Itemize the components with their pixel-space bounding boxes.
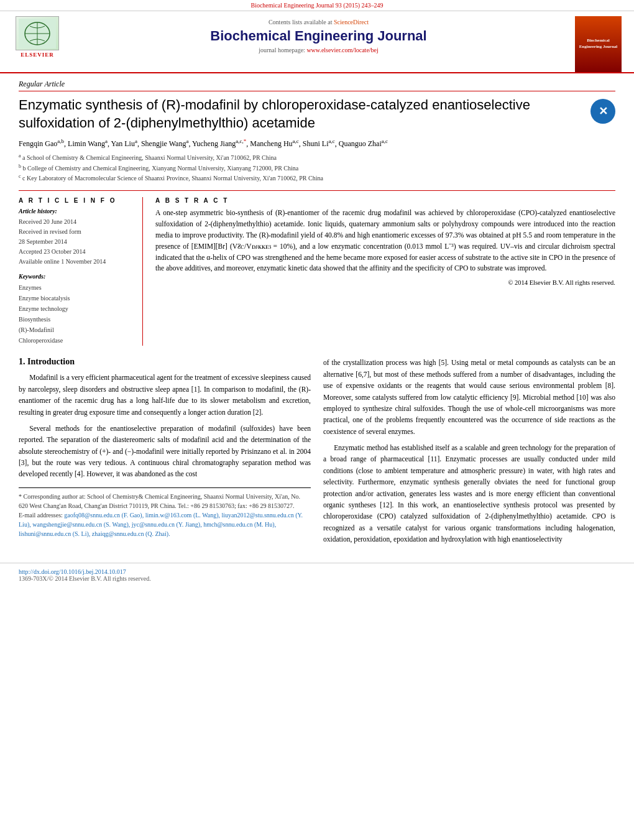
footer-issn: 1369-703X/© 2014 Elsevier B.V. All right… [19,575,615,582]
abstract-text: A one-step asymmetric bio-synthesis of (… [155,208,615,288]
main-right-column: of the crystallization process was high … [323,357,615,550]
copyright: © 2014 Elsevier B.V. All rights reserved… [155,278,615,288]
elsevier-logo-image [16,16,59,50]
authors-line: Fengqin Gaoa,b, Limin Wanga, Yan Liua, S… [19,137,615,150]
elsevier-wordmark: ELSEVIER [21,52,54,58]
elsevier-logo: ELSEVIER [12,16,62,62]
journal-thumbnail: Biochemical Engineering Journal [575,16,622,72]
top-doi-banner: Biochemical Engineering Journal 93 (2015… [0,0,634,11]
keyword-6: Chloroperoxidase [19,335,134,346]
accepted-date: Accepted 23 October 2014 [19,247,134,257]
section1-number: 1. Introduction [19,357,75,366]
abstract-content: A one-step asymmetric bio-synthesis of (… [155,209,615,272]
keywords-label: Keywords: [19,273,134,280]
keyword-4: Biosynthesis [19,314,134,325]
article-history-label: Article history: [19,208,134,215]
affiliations: a a School of Chemistry & Chemical Engin… [19,152,615,183]
footnote-section: * Corresponding author at: School of Che… [19,487,311,538]
intro-para1: Modafinil is a very efficient pharmaceut… [19,372,311,418]
article-info-column: A R T I C L E I N F O Article history: R… [19,197,143,346]
right-para1: of the crystallization process was high … [323,357,615,437]
email-section: E-mail addresses: gaofq08@snnu.edu.cn (F… [19,510,311,538]
abstract-label: A B S T R A C T [155,197,615,204]
article-type: Regular Article [19,80,615,91]
article-info-label: A R T I C L E I N F O [19,197,134,204]
affil-b: b b College of Chemistry and Chemical En… [19,163,615,173]
affil-a: a a School of Chemistry & Chemical Engin… [19,152,615,162]
journal-title: Biochemical Engineering Journal [75,28,563,44]
intro-para2: Several methods for the enantioselective… [19,423,311,480]
main-left-column: 1. Introduction Modafinil is a very effi… [19,357,311,550]
crossmark-icon[interactable]: ✕ [590,99,615,124]
right-text: of the crystallization process was high … [323,357,615,545]
footnote-star: * Corresponding author at: School of Che… [19,492,311,510]
header-center: Contents lists available at ScienceDirec… [62,16,575,56]
received-date: Received 20 June 2014 [19,217,134,227]
right-para2: Enzymatic method has established itself … [323,442,615,545]
sciencedirect-link[interactable]: ScienceDirect [334,19,369,25]
keyword-2: Enzyme biocatalysis [19,293,134,303]
intro-text: Modafinil is a very efficient pharmaceut… [19,372,311,480]
footer-doi[interactable]: http://dx.doi.org/10.1016/j.bej.2014.10.… [19,568,615,575]
revised-date: 28 September 2014 [19,237,134,247]
section1-heading: 1. Introduction [19,357,311,367]
revised-label: Received in revised form [19,227,134,237]
footer: http://dx.doi.org/10.1016/j.bej.2014.10.… [0,563,634,587]
thumb-title: Biochemical Engineering Journal [577,38,619,50]
main-columns: 1. Introduction Modafinil is a very effi… [19,357,615,550]
journal-homepage: journal homepage: www.elsevier.com/locat… [75,47,563,53]
available-date: Available online 1 November 2014 [19,257,134,267]
page: Biochemical Engineering Journal 93 (2015… [0,0,634,840]
doi-text: Biochemical Engineering Journal 93 (2015… [250,2,383,9]
contents-line: Contents lists available at ScienceDirec… [75,19,563,25]
journal-header: ELSEVIER Contents lists available at Sci… [0,11,634,73]
keyword-5: (R)-Modafinil [19,325,134,335]
affil-c: c c Key Laboratory of Macromolecular Sci… [19,173,615,183]
keyword-3: Enzyme technology [19,303,134,314]
email-label: E-mail addresses: [19,512,63,519]
abstract-column: A B S T R A C T A one-step asymmetric bi… [155,197,615,346]
homepage-link[interactable]: www.elsevier.com/locate/bej [306,47,378,53]
article-body: Regular Article ✕ Enzymatic synthesis of… [0,73,634,563]
keyword-1: Enzymes [19,282,134,293]
info-abstract-columns: A R T I C L E I N F O Article history: R… [19,190,615,346]
article-title: Enzymatic synthesis of (R)-modafinil by … [19,96,615,132]
title-area: ✕ Enzymatic synthesis of (R)-modafinil b… [19,96,615,132]
